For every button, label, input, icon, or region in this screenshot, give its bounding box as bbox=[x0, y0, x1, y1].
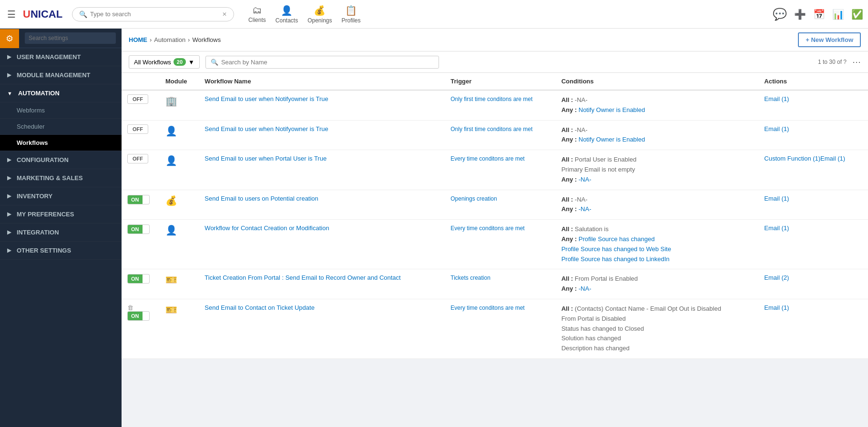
workflow-name-cell: Send Email to users on Potential creatio… bbox=[199, 190, 445, 220]
actions-cell[interactable]: Custom Function (1)Email (1) bbox=[758, 150, 868, 190]
sidebar-sub-scheduler[interactable]: Scheduler bbox=[0, 119, 122, 135]
whatsapp-button[interactable]: 💬 bbox=[773, 8, 787, 21]
actions-cell[interactable]: Email (1) bbox=[758, 299, 868, 358]
global-search-input[interactable] bbox=[90, 10, 219, 18]
table-header-row: Module Workflow Name Trigger Conditions … bbox=[122, 73, 868, 90]
table-row: ON 🎫Ticket Creation From Portal : Send E… bbox=[122, 269, 868, 299]
sidebar-search-input[interactable] bbox=[25, 32, 116, 44]
workflow-name-link[interactable]: Send Email to user when Portal User is T… bbox=[204, 155, 327, 162]
toggle-switch[interactable]: OFF bbox=[127, 124, 148, 134]
action-link[interactable]: Custom Function (1)Email (1) bbox=[764, 155, 845, 162]
trigger-cell: Openings creation bbox=[445, 190, 555, 220]
col-workflow-name: Workflow Name bbox=[199, 73, 445, 90]
conditions-cell: All : Salutation isAny : Profile Source … bbox=[556, 220, 759, 269]
conditions-any-key: Any : bbox=[562, 235, 577, 243]
sidebar-item-automation[interactable]: ▼ AUTOMATION bbox=[0, 84, 122, 102]
trigger-text: Openings creation bbox=[450, 195, 497, 202]
toggle-switch[interactable]: ON bbox=[127, 195, 150, 204]
toggle-cell: OFF bbox=[122, 120, 160, 150]
action-link[interactable]: Email (1) bbox=[764, 224, 789, 232]
conditions-all-key: All : bbox=[562, 126, 573, 133]
nav-profiles[interactable]: 📋 Profiles bbox=[342, 5, 361, 24]
actions-cell[interactable]: Email (1) bbox=[758, 190, 868, 220]
arrow-icon: ▼ bbox=[7, 91, 12, 96]
sidebar-item-automation-label: AUTOMATION bbox=[18, 90, 60, 97]
conditions-any-val: Notify Owner is Enabled bbox=[579, 106, 645, 113]
toggle-switch[interactable]: ON bbox=[127, 274, 150, 284]
toggle-on[interactable]: ON bbox=[128, 312, 143, 320]
conditions-all-key: All : bbox=[562, 305, 573, 312]
workflow-name-link[interactable]: Send Email to Contact on Ticket Update bbox=[204, 304, 315, 311]
workflow-name-link[interactable]: Send Email to users on Potential creatio… bbox=[204, 195, 318, 202]
nav-clients[interactable]: 🗂 Clients bbox=[248, 5, 266, 23]
trigger-cell: Tickets creation bbox=[445, 269, 555, 299]
toggle-on[interactable]: ON bbox=[128, 225, 143, 234]
sidebar-item-user-management[interactable]: ▶ USER MANAGEMENT bbox=[0, 48, 122, 66]
action-link[interactable]: Email (1) bbox=[764, 304, 789, 311]
sidebar-item-user-management-label: USER MANAGEMENT bbox=[17, 53, 81, 61]
settings-gear-icon[interactable]: ⚙ bbox=[0, 29, 19, 48]
workflow-name-cell: Send Email to user when Notifyowner is T… bbox=[199, 90, 445, 120]
new-workflow-button[interactable]: + New Workflow bbox=[798, 32, 861, 47]
sidebar-item-other-settings[interactable]: ▶ OTHER SETTINGS bbox=[0, 242, 122, 260]
col-conditions: Conditions bbox=[556, 73, 759, 90]
action-link[interactable]: Email (1) bbox=[764, 195, 789, 202]
breadcrumb-workflows: Workflows bbox=[192, 36, 221, 43]
toggle-switch[interactable]: ON bbox=[127, 311, 150, 321]
sidebar-item-integration[interactable]: ▶ INTEGRATION bbox=[0, 224, 122, 242]
toggle-switch[interactable]: OFF bbox=[127, 94, 148, 104]
sidebar-item-configuration[interactable]: ▶ CONFIGURATION bbox=[0, 151, 122, 169]
tasks-button[interactable]: ✅ bbox=[851, 9, 863, 20]
global-search-bar[interactable]: 🔍 ✕ bbox=[72, 7, 234, 21]
sidebar-item-module-management[interactable]: ▶ MODULE MANAGEMENT bbox=[0, 66, 122, 84]
trigger-cell: Every time conditons are met bbox=[445, 220, 555, 269]
workflow-name-link[interactable]: Ticket Creation From Portal : Send Email… bbox=[204, 274, 400, 281]
workflows-table: Module Workflow Name Trigger Conditions … bbox=[122, 73, 868, 359]
sidebar-item-inventory[interactable]: ▶ INVENTORY bbox=[0, 187, 122, 205]
search-clear-icon[interactable]: ✕ bbox=[222, 11, 227, 18]
workflow-name-link[interactable]: Send Email to user when Notifyowner is T… bbox=[204, 125, 328, 132]
module-cell: 👤 bbox=[160, 120, 199, 150]
delete-icon[interactable]: 🗑 bbox=[127, 304, 133, 311]
sidebar-item-module-management-label: MODULE MANAGEMENT bbox=[17, 71, 91, 79]
sidebar-item-marketing-sales[interactable]: ▶ MARKETING & SALES bbox=[0, 169, 122, 187]
sidebar-sub-webforms[interactable]: Webforms bbox=[0, 102, 122, 119]
breadcrumb-automation[interactable]: Automation bbox=[154, 36, 185, 43]
breadcrumb-sep2: › bbox=[188, 36, 190, 43]
actions-cell[interactable]: Email (1) bbox=[758, 220, 868, 269]
sidebar-item-my-preferences[interactable]: ▶ MY PREFERENCES bbox=[0, 205, 122, 224]
nav-contacts[interactable]: 👤 Contacts bbox=[276, 5, 298, 24]
logo-nical: NICAL bbox=[31, 8, 62, 20]
conditions-any-key: Any : bbox=[562, 205, 577, 213]
chart-button[interactable]: 📊 bbox=[832, 9, 844, 20]
workflow-name-link[interactable]: Workflow for Contact Creation or Modific… bbox=[204, 224, 329, 232]
action-link[interactable]: Email (2) bbox=[764, 274, 789, 281]
action-link[interactable]: Email (1) bbox=[764, 95, 789, 102]
search-icon: 🔍 bbox=[79, 10, 87, 18]
toggle-on[interactable]: ON bbox=[128, 195, 143, 204]
hamburger-button[interactable]: ☰ bbox=[5, 6, 18, 22]
search-name-bar[interactable]: 🔍 bbox=[205, 56, 439, 69]
breadcrumb-home[interactable]: HOME bbox=[129, 36, 147, 43]
more-options-button[interactable]: ⋯ bbox=[852, 57, 861, 67]
workflow-name-link[interactable]: Send Email to user when Notifyowner is T… bbox=[204, 95, 328, 102]
actions-cell[interactable]: Email (1) bbox=[758, 90, 868, 120]
actions-cell[interactable]: Email (1) bbox=[758, 120, 868, 150]
conditions-any-key: Any : bbox=[562, 285, 577, 292]
action-link[interactable]: Email (1) bbox=[764, 125, 789, 132]
toggle-off bbox=[143, 228, 149, 231]
search-name-input[interactable] bbox=[221, 59, 434, 66]
nav-openings[interactable]: 💰 Openings bbox=[307, 5, 332, 24]
toggle-switch[interactable]: OFF bbox=[127, 154, 148, 163]
filter-dropdown[interactable]: All Workflows 20 ▼ bbox=[129, 55, 200, 69]
toggle-on[interactable]: ON bbox=[128, 274, 143, 283]
actions-cell[interactable]: Email (2) bbox=[758, 269, 868, 299]
trigger-cell: Only first time conditons are met bbox=[445, 90, 555, 120]
calendar-button[interactable]: 📅 bbox=[813, 9, 825, 20]
add-button[interactable]: ➕ bbox=[794, 9, 806, 20]
module-icon: 👤 bbox=[165, 155, 177, 166]
toggle-switch[interactable]: ON bbox=[127, 224, 150, 234]
table-row: ON 💰Send Email to users on Potential cre… bbox=[122, 190, 868, 220]
sidebar-sub-workflows[interactable]: Workflows bbox=[0, 135, 122, 151]
conditions-any-key: Any : bbox=[562, 136, 577, 143]
